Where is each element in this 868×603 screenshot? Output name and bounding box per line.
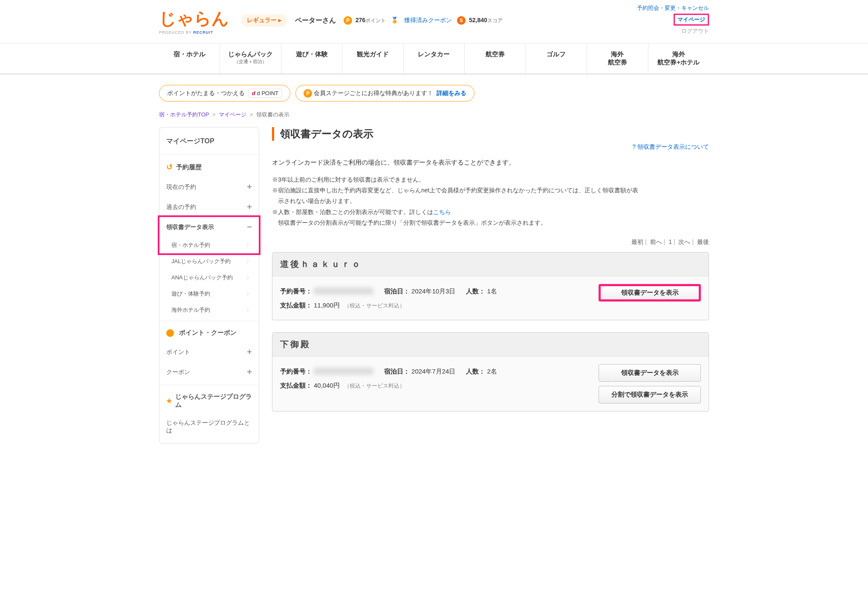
sidebar-stage-header: ★ じゃらんステージプログラム: [159, 388, 259, 414]
logo-subtext: PRODUCED BY RECRUIT: [159, 30, 236, 35]
pager-page: 1: [668, 238, 672, 245]
gnav-item-7[interactable]: 海外航空券: [587, 43, 648, 73]
sidebar-sub-jal[interactable]: JALじゃらんパック予約〉: [159, 253, 259, 270]
global-nav: 宿・ホテルじゃらんパック（交通＋宿泊）遊び・体験観光ガイドレンタカー航空券ゴルフ…: [0, 43, 868, 75]
expand-icon: +: [247, 202, 252, 212]
pager-next[interactable]: 次へ: [678, 238, 690, 245]
gnav-item-4[interactable]: レンタカー: [403, 43, 464, 73]
chevron-right-icon: 〉: [246, 306, 252, 314]
chevron-right-icon: 〉: [246, 258, 252, 265]
expand-icon: +: [247, 347, 252, 357]
dpoint-pill[interactable]: ポイントがたまる・つかえる d d POINT: [159, 85, 290, 101]
show-receipt-button[interactable]: 領収書データを表示: [599, 284, 701, 302]
gnav-item-5[interactable]: 航空券: [464, 43, 525, 73]
p-icon: P: [166, 329, 174, 337]
gnav-item-2[interactable]: 遊び・体験: [281, 43, 342, 73]
crumb-current: 領収書の表示: [256, 111, 289, 118]
sidebar-points[interactable]: ポイント+: [159, 342, 259, 362]
help-link[interactable]: 領収書データ表示について: [637, 143, 709, 150]
header-right-links: 予約照会・変更・キャンセル マイページ ログアウト: [637, 4, 709, 37]
sidebar-sub-hotel[interactable]: 宿・ホテル予約〉: [159, 237, 259, 253]
hotel-name: 下御殿: [272, 333, 709, 357]
main-content: 領収書データの表示 領収書データ表示について オンラインカード決済をご利用の場合…: [272, 127, 709, 423]
booking-card: 道後ｈａｋｕｒｏ 予約番号：XXXXXXXX 宿泊日：2024年10月3日 人数…: [272, 252, 709, 320]
tax-note: （税込・サービス料込）: [344, 302, 405, 309]
booking-info: 予約番号：XXXXXXXX 宿泊日：2024年10月3日 人数：1名 支払金額：…: [280, 284, 590, 312]
sidebar-receipt-header[interactable]: 領収書データ表示−: [159, 217, 259, 237]
score-icon: S: [457, 16, 466, 25]
medal-icon: 🏅: [391, 17, 398, 23]
amount: 40,040円: [314, 382, 340, 389]
booking-info: 予約番号：XXXXXXXX 宿泊日：2024年7月24日 人数：2名 支払金額：…: [280, 364, 590, 392]
mypage-link[interactable]: マイページ: [674, 14, 709, 26]
sidebar-current-res[interactable]: 現在の予約+: [159, 177, 259, 197]
guest-count: 1名: [487, 287, 497, 295]
intro-text: オンラインカード決済をご利用の場合に、領収書データを表示することができます。: [272, 159, 709, 167]
points-value: 276: [356, 17, 365, 23]
points-block[interactable]: P 276ポイント: [344, 16, 386, 25]
gnav-item-1[interactable]: じゃらんパック（交通＋宿泊）: [220, 43, 281, 73]
logo[interactable]: じゃらん PRODUCED BY RECRUIT: [159, 7, 236, 35]
sidebar-past-res[interactable]: 過去の予約+: [159, 197, 259, 217]
logout-link[interactable]: ログアウト: [637, 27, 709, 35]
chevron-right-icon: 〉: [246, 241, 252, 249]
card-actions: 領収書データを表示分割で領収書データを表示: [599, 364, 701, 403]
sidebar-stage-about[interactable]: じゃらんステージプログラムとは: [159, 414, 259, 440]
detail-link[interactable]: 詳細をみる: [437, 90, 466, 97]
pager-first[interactable]: 最初: [631, 238, 643, 245]
score-value: 52,840: [469, 17, 487, 23]
gnav-item-6[interactable]: ゴルフ: [526, 43, 587, 73]
breadcrumb: 宿・ホテル予約TOP > マイページ > 領収書の表示: [159, 109, 709, 127]
pager: 最初| 前へ| 1| 次へ| 最後: [272, 238, 709, 246]
split-detail-link[interactable]: こちら: [433, 209, 451, 215]
collapse-icon: −: [247, 222, 252, 232]
stage-benefit-pill[interactable]: P 会員ステージごとにお得な特典があります！ 詳細をみる: [295, 85, 475, 101]
pager-prev[interactable]: 前へ: [650, 238, 662, 245]
sidebar-coupons[interactable]: クーポン+: [159, 362, 259, 382]
sidebar-sub-activity[interactable]: 遊び・体験予約〉: [159, 286, 259, 302]
logo-text: じゃらん: [159, 7, 236, 30]
member-rank-badge[interactable]: レギュラー ▸: [241, 14, 287, 27]
coupon-link[interactable]: 🏅 獲得済みクーポン: [391, 17, 452, 24]
booking-card: 下御殿 予約番号：XXXXXXXX 宿泊日：2024年7月24日 人数：2名 支…: [272, 332, 709, 412]
show-receipt-button[interactable]: 領収書データを表示: [599, 364, 701, 382]
dpoint-badge: d d POINT: [248, 89, 282, 98]
expand-icon: +: [247, 182, 252, 192]
chevron-right-icon: 〉: [246, 274, 252, 281]
hotel-name: 道後ｈａｋｕｒｏ: [272, 252, 709, 276]
crumb-mypage[interactable]: マイページ: [219, 111, 246, 118]
sidebar-sub-overseas[interactable]: 海外ホテル予約〉: [159, 302, 259, 318]
chevron-right-icon: 〉: [246, 290, 252, 298]
gnav-item-8[interactable]: 海外航空券+ホテル: [648, 43, 709, 73]
promo-pills: ポイントがたまる・つかえる d d POINT P 会員ステージごとにお得な特典…: [159, 75, 709, 109]
expand-icon: +: [247, 367, 252, 377]
page-title: 領収書データの表示: [272, 127, 709, 141]
user-name: ペーターさん: [295, 16, 336, 25]
reservation-number: XXXXXXXX: [314, 287, 373, 295]
guest-count: 2名: [487, 368, 497, 375]
star-icon: ★: [166, 397, 172, 405]
sidebar: マイページTOP ↺ 予約履歴 現在の予約+ 過去の予約+ 領収書データ表示− …: [159, 127, 259, 444]
history-icon: ↺: [166, 162, 173, 172]
header: じゃらん PRODUCED BY RECRUIT レギュラー ▸ ペーターさん …: [159, 0, 709, 39]
sidebar-top[interactable]: マイページTOP: [159, 131, 259, 152]
reservation-lookup-link[interactable]: 予約照会・変更・キャンセル: [637, 4, 709, 12]
score-block: S 52,840スコア: [457, 16, 503, 25]
notes: ※3年以上前のご利用に対する領収書は表示できません。 ※宿泊施設に直接申し出た予…: [272, 174, 709, 228]
sidebar-sub-ana[interactable]: ANAじゃらんパック予約〉: [159, 270, 259, 286]
sidebar-receipt-highlight: 領収書データ表示− 宿・ホテル予約〉: [158, 215, 260, 255]
p-icon: P: [304, 89, 312, 98]
crumb-top[interactable]: 宿・ホテル予約TOP: [159, 111, 209, 118]
points-icon: P: [344, 16, 352, 25]
sidebar-points-header: P ポイント・クーポン: [159, 324, 259, 342]
gnav-item-3[interactable]: 観光ガイド: [342, 43, 403, 73]
stay-date: 2024年7月24日: [411, 368, 455, 375]
pager-last[interactable]: 最後: [697, 238, 709, 245]
reservation-number: XXXXXXXX: [314, 368, 373, 375]
sidebar-history-header: ↺ 予約履歴: [159, 157, 259, 177]
gnav-item-0[interactable]: 宿・ホテル: [159, 43, 220, 73]
split-receipt-button[interactable]: 分割で領収書データを表示: [599, 386, 701, 403]
amount: 11,900円: [314, 302, 340, 309]
stay-date: 2024年10月3日: [411, 287, 455, 295]
card-actions: 領収書データを表示: [599, 284, 701, 302]
